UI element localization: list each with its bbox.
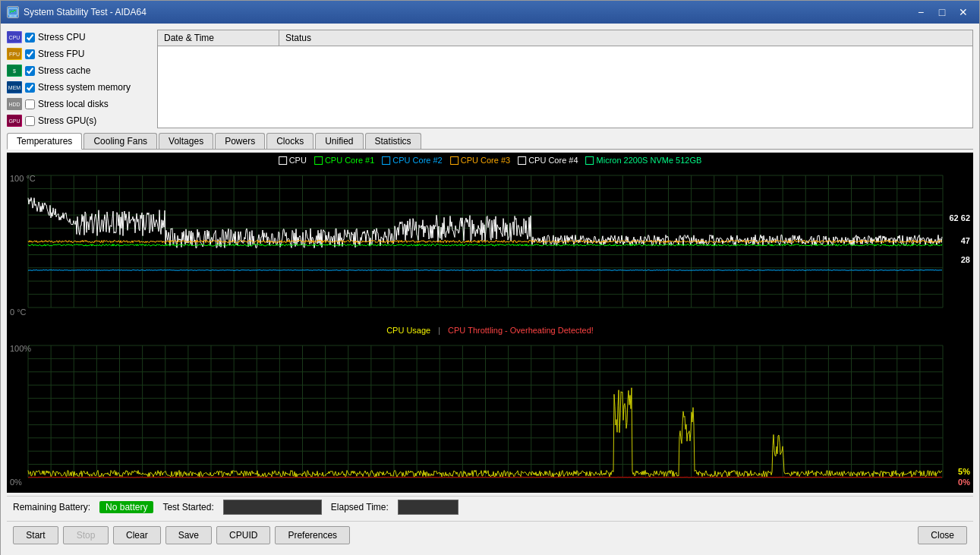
log-body	[158, 46, 972, 122]
usage-val-5: 5%	[958, 467, 970, 476]
tab-unified[interactable]: Unified	[315, 133, 363, 149]
preferences-button[interactable]: Preferences	[275, 526, 350, 544]
temp-val-28: 28	[961, 255, 970, 264]
test-started-label: Test Started:	[162, 502, 213, 512]
stress-options-panel: CPU Stress CPU FPU Stress FPU $	[7, 30, 151, 128]
temperature-chart-wrapper: CPU CPU Core #1 CPU Core #2 CPU Core #3 …	[7, 153, 973, 323]
svg-text:GPU: GPU	[8, 118, 20, 124]
legend-cpu-core-#4[interactable]: CPU Core #4	[518, 156, 578, 165]
usage-y-max: 100%	[10, 344, 31, 353]
window-controls: − □ ✕	[911, 5, 973, 20]
app-icon	[7, 6, 19, 18]
svg-text:CPU: CPU	[9, 35, 20, 40]
log-col-status: Status	[279, 30, 972, 46]
checkbox-item-cpu: CPU Stress CPU	[7, 30, 151, 45]
usage-legend-throttle: CPU Throttling - Overheating Detected!	[448, 326, 594, 335]
svg-text:$: $	[13, 68, 16, 74]
checkbox-item-fpu: FPU Stress FPU	[7, 46, 151, 61]
no-battery-badge: No battery	[99, 501, 153, 513]
clear-button[interactable]: Clear	[113, 526, 161, 544]
legend-cpu[interactable]: CPU	[279, 156, 307, 165]
temperature-chart	[7, 153, 973, 323]
start-button[interactable]: Start	[13, 526, 58, 544]
top-section: CPU Stress CPU FPU Stress FPU $	[7, 30, 973, 128]
icon-disk: HDD	[7, 98, 22, 110]
close-button[interactable]: ✕	[953, 5, 973, 20]
label-cpu: Stress CPU	[38, 32, 86, 43]
label-cache: Stress cache	[38, 65, 90, 76]
tabs-bar: TemperaturesCooling FansVoltagesPowersCl…	[7, 131, 973, 150]
checkbox-gpu[interactable]	[25, 116, 35, 126]
window-title: System Stability Test - AIDA64	[24, 7, 911, 17]
usage-val-0: 0%	[958, 478, 970, 487]
save-button[interactable]: Save	[165, 526, 212, 544]
log-col-datetime: Date & Time	[158, 30, 279, 46]
tab-voltages[interactable]: Voltages	[159, 133, 213, 149]
svg-text:MEM: MEM	[8, 85, 21, 90]
status-bar: Remaining Battery: No battery Test Start…	[7, 496, 973, 518]
checkbox-item-disk: HDD Stress local disks	[7, 96, 151, 112]
checkbox-mem[interactable]	[25, 83, 35, 93]
cpu-usage-chart-wrapper: CPU Usage | CPU Throttling - Overheating…	[7, 323, 973, 493]
tab-temperatures[interactable]: Temperatures	[7, 133, 82, 150]
checkbox-cache[interactable]	[25, 66, 35, 76]
log-header: Date & Time Status	[158, 30, 972, 46]
cpu-usage-chart-legend: CPU Usage | CPU Throttling - Overheating…	[386, 326, 594, 335]
tab-statistics[interactable]: Statistics	[365, 133, 421, 149]
checkbox-cpu[interactable]	[25, 33, 35, 43]
main-window: System Stability Test - AIDA64 − □ ✕ CPU…	[0, 0, 980, 555]
tab-powers[interactable]: Powers	[215, 133, 265, 149]
close-main-button[interactable]: Close	[918, 526, 967, 544]
label-gpu: Stress GPU(s)	[38, 115, 96, 126]
temp-val-62a: 62 62	[949, 213, 970, 222]
usage-legend-usage: CPU Usage	[386, 326, 430, 335]
tab-cooling_fans[interactable]: Cooling Fans	[84, 133, 157, 149]
svg-text:HDD: HDD	[8, 102, 20, 107]
legend-micron-2200s-nvme-512gb[interactable]: Micron 2200S NVMe 512GB	[586, 156, 702, 165]
legend-cpu-core-#1[interactable]: CPU Core #1	[314, 156, 374, 165]
label-mem: Stress system memory	[38, 82, 131, 93]
minimize-button[interactable]: −	[911, 5, 931, 20]
test-started-value	[223, 500, 322, 515]
label-disk: Stress local disks	[38, 99, 109, 109]
title-bar: System Stability Test - AIDA64 − □ ✕	[1, 1, 979, 24]
stop-button[interactable]: Stop	[63, 526, 109, 544]
icon-gpu: GPU	[7, 115, 22, 127]
cpuid-button[interactable]: CPUID	[216, 526, 270, 544]
temp-y-min: 0 °C	[10, 307, 27, 317]
temp-val-47: 47	[961, 236, 970, 245]
usage-y-min: 0%	[10, 478, 22, 487]
svg-text:FPU: FPU	[9, 52, 20, 57]
elapsed-value	[398, 500, 458, 515]
temp-y-max: 100 °C	[10, 174, 36, 183]
checkbox-disk[interactable]	[25, 99, 35, 109]
maximize-button[interactable]: □	[932, 5, 952, 20]
cpu-usage-chart	[7, 323, 973, 493]
checkbox-item-mem: MEM Stress system memory	[7, 80, 151, 95]
legend-cpu-core-#2[interactable]: CPU Core #2	[382, 156, 442, 165]
icon-fpu: FPU	[7, 48, 22, 60]
remaining-battery-label: Remaining Battery:	[13, 502, 90, 512]
legend-cpu-core-#3[interactable]: CPU Core #3	[450, 156, 510, 165]
temperature-chart-legend: CPU CPU Core #1 CPU Core #2 CPU Core #3 …	[279, 156, 702, 165]
checkbox-item-gpu: GPU Stress GPU(s)	[7, 113, 151, 128]
icon-mem: MEM	[7, 81, 22, 93]
content-area: CPU Stress CPU FPU Stress FPU $	[1, 24, 979, 555]
checkbox-fpu[interactable]	[25, 49, 35, 59]
label-fpu: Stress FPU	[38, 49, 84, 59]
icon-cache: $	[7, 65, 22, 77]
elapsed-label: Elapsed Time:	[331, 502, 389, 512]
icon-cpu: CPU	[7, 31, 22, 43]
log-table: Date & Time Status	[157, 30, 973, 128]
tab-clocks[interactable]: Clocks	[266, 133, 314, 149]
bottom-bar: Start Stop Clear Save CPUID Preferences …	[7, 521, 973, 549]
checkbox-item-cache: $ Stress cache	[7, 63, 151, 78]
charts-section: CPU CPU Core #1 CPU Core #2 CPU Core #3 …	[7, 153, 973, 493]
